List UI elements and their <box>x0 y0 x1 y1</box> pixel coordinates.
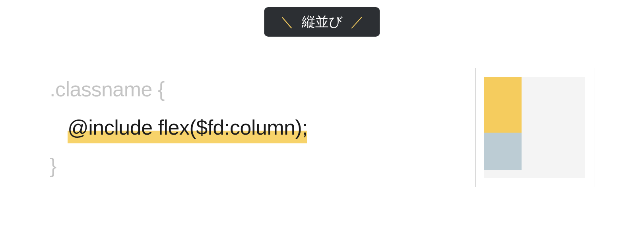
code-line-3: } <box>50 147 307 185</box>
header-label: 縦並び <box>302 13 343 31</box>
preview-inner <box>484 77 585 178</box>
code-block: .classname { @include flex($fd:column); … <box>50 70 307 185</box>
slash-left-icon: ＼ <box>280 13 294 31</box>
code-line-2: @include flex($fd:column); <box>50 108 307 147</box>
preview-box <box>475 68 594 187</box>
code-line-1: .classname { <box>50 70 307 108</box>
preview-box-blue <box>484 133 522 170</box>
slash-right-icon: ／ <box>351 13 364 31</box>
header-badge: ＼ 縦並び ／ <box>264 7 380 37</box>
preview-box-yellow <box>484 77 522 133</box>
content-area: .classname { @include flex($fd:column); … <box>50 68 594 187</box>
code-main-text: @include flex($fd:column); <box>68 116 307 139</box>
